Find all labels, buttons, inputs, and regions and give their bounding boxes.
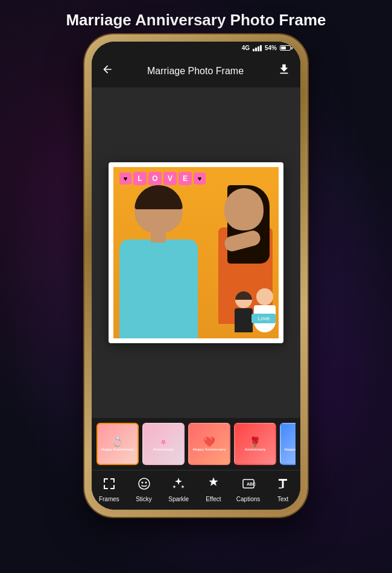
phone-screen: 4G 54% Marriage Photo Frame xyxy=(92,42,300,510)
happy-ending-text: happy ending xyxy=(125,296,197,311)
cartoon-groom-hair xyxy=(235,291,252,300)
frames-label: Frames xyxy=(99,496,119,502)
main-content: ♥ L O V E ♥ happy ending xyxy=(92,87,300,510)
network-indicator: 4G xyxy=(242,45,250,51)
captions-icon: ABC xyxy=(241,476,256,493)
cartoon-couple xyxy=(235,288,276,332)
battery-fill xyxy=(281,46,286,49)
photo-display-area[interactable]: ♥ L O V E ♥ happy ending xyxy=(92,87,300,418)
man-figure xyxy=(109,185,210,336)
woman-head xyxy=(224,188,264,230)
nav-item-sticky[interactable]: Sticky xyxy=(127,470,162,510)
back-button[interactable] xyxy=(101,61,118,81)
app-bar: Marriage Photo Frame xyxy=(92,54,300,87)
love-letter-l: L xyxy=(133,172,147,185)
bottom-nav: Frames Sticky xyxy=(92,470,300,510)
battery-icon xyxy=(280,45,291,51)
nav-item-captions[interactable]: ABC Captions xyxy=(231,470,266,510)
cartoon-groom-body xyxy=(235,308,253,332)
thumb-5-inner: 💙 Happy Anniversary xyxy=(281,424,296,464)
man-hair xyxy=(134,185,183,209)
love-heart-start: ♥ xyxy=(119,173,131,185)
love-banner: ♥ L O V E ♥ xyxy=(119,172,206,185)
status-bar-right: 4G 54% xyxy=(242,45,291,51)
svg-text:ABC: ABC xyxy=(247,482,256,486)
love-letter-e: E xyxy=(179,172,192,185)
nav-item-text[interactable]: Text xyxy=(265,470,300,510)
download-button[interactable] xyxy=(273,60,291,81)
sticky-icon xyxy=(137,476,151,493)
phone-frame: 4G 54% Marriage Photo Frame xyxy=(84,34,308,517)
thumbnail-5[interactable]: 💙 Happy Anniversary xyxy=(280,423,296,465)
nav-item-sparkle[interactable]: Sparkle xyxy=(161,470,196,510)
cartoon-groom-head xyxy=(235,291,252,308)
thumbnails-section: 💍 Happy Anniversary 🌸 Anniversary xyxy=(92,418,300,470)
text-label: Text xyxy=(277,496,288,502)
app-bar-title: Marriage Photo Frame xyxy=(118,66,273,77)
status-bar: 4G 54% xyxy=(92,42,300,54)
cartoon-groom xyxy=(235,291,253,332)
effect-label: Effect xyxy=(206,496,221,502)
thumbnail-2[interactable]: 🌸 Anniversary xyxy=(142,423,185,465)
page-title: Marriage Anniversary Photo Frame xyxy=(54,0,338,34)
love-ribbon: Love xyxy=(251,314,276,323)
cartoon-bride-head xyxy=(256,288,273,305)
thumbnail-1[interactable]: 💍 Happy Anniversary xyxy=(96,423,139,465)
captions-label: Captions xyxy=(236,496,260,502)
thumbnail-3[interactable]: ❤️ Happy Anniversary xyxy=(188,423,230,465)
thumbnails-scroll[interactable]: 💍 Happy Anniversary 🌸 Anniversary xyxy=(96,423,296,465)
svg-point-1 xyxy=(141,482,143,484)
text-nav-icon xyxy=(276,476,290,493)
svg-point-0 xyxy=(139,478,150,489)
sparkle-label: Sparkle xyxy=(168,496,189,502)
effect-icon xyxy=(206,476,221,493)
signal-icon xyxy=(253,45,262,51)
cartoon-bride xyxy=(254,288,276,332)
nav-item-frames[interactable]: Frames xyxy=(92,470,127,510)
sticky-label: Sticky xyxy=(136,496,152,502)
nav-item-effect[interactable]: Effect xyxy=(196,470,231,510)
sparkle-icon xyxy=(171,476,186,493)
photo-frame[interactable]: ♥ L O V E ♥ happy ending xyxy=(109,162,283,343)
man-head xyxy=(134,185,183,233)
battery-percent: 54% xyxy=(265,45,277,51)
thumb-3-inner: ❤️ Happy Anniversary xyxy=(189,424,229,464)
thumb-1-inner: 💍 Happy Anniversary xyxy=(98,424,138,464)
thumb-4-inner: 🌹 Anniversary xyxy=(235,424,275,464)
love-letter-v: V xyxy=(163,172,177,185)
svg-point-2 xyxy=(145,482,147,484)
love-heart-end: ♥ xyxy=(194,173,206,185)
thumb-2-inner: 🌸 Anniversary xyxy=(144,424,183,464)
man-shirt xyxy=(119,239,198,343)
love-letter-o: O xyxy=(148,172,162,185)
thumbnail-4[interactable]: 🌹 Anniversary xyxy=(234,423,276,465)
frames-icon xyxy=(102,476,116,493)
